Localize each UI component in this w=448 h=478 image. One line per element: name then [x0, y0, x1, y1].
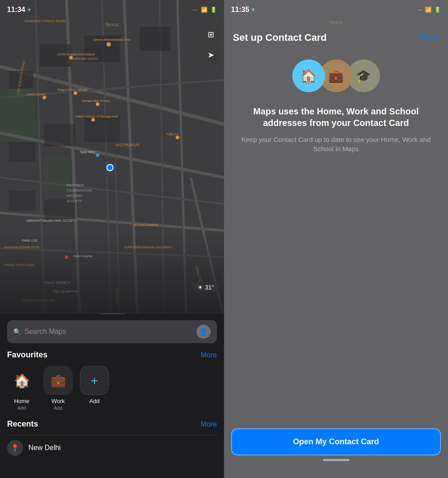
svg-text:Laxmi Cycles: Laxmi Cycles	[27, 93, 45, 96]
time-text-left: 11:34	[7, 6, 25, 14]
add-symbol: ＋	[88, 372, 101, 389]
fav-home-label: Home	[14, 398, 30, 404]
map-controls[interactable]: ⊞ ➤	[203, 27, 219, 63]
svg-text:SARGAM MARG: SARGAM MARG	[71, 57, 98, 61]
svg-text:Nyay Marg: Nyay Marg	[80, 150, 95, 154]
left-panel: SANDESH PRESS ROAD LAD SOCIETY ROAD SARG…	[0, 0, 224, 478]
recent-location-icon: 📍	[7, 440, 23, 456]
favourites-header: Favourites More	[7, 350, 217, 360]
description-sub: Keep your Contact Card up to date to see…	[237, 135, 435, 153]
svg-rect-20	[44, 124, 75, 146]
description-main: Maps uses the Home, Work and School addr…	[237, 106, 435, 129]
nexus-banner-right: Nexus	[224, 20, 448, 25]
fav-work-sublabel: Add	[54, 405, 63, 411]
battery-icon-left: 🔋	[210, 7, 217, 13]
svg-point-32	[106, 42, 111, 47]
svg-text:SOCIETY: SOCIETY	[67, 199, 83, 203]
svg-text:RACHANA: RACHANA	[67, 183, 84, 187]
svg-rect-19	[9, 142, 35, 162]
svg-text:Indian Institute of Management: Indian Institute of Management	[75, 115, 118, 118]
done-button[interactable]: Done	[420, 33, 439, 43]
svg-text:HOUSING: HOUSING	[67, 194, 83, 198]
fav-item-home[interactable]: 🏠 Home Add	[7, 366, 36, 411]
title-bar-right: Set up Contact Card Done	[224, 27, 448, 51]
recents-header: Recents More	[7, 419, 217, 429]
svg-rect-21	[84, 115, 120, 142]
location-button[interactable]: ➤	[203, 47, 219, 63]
weather-badge: ☀ 31°	[193, 282, 219, 293]
fav-home-icon: 🏠	[7, 366, 36, 395]
search-placeholder: Search Maps	[24, 328, 193, 336]
svg-point-44	[96, 153, 99, 157]
map-type-button[interactable]: ⊞	[203, 27, 219, 43]
favourites-more[interactable]: More	[201, 351, 217, 359]
weather-temp: 31°	[205, 284, 214, 291]
wifi-icon-left: 📶	[201, 7, 208, 13]
svg-rect-18	[140, 27, 171, 51]
search-icon-left: 🔍	[13, 328, 21, 335]
svg-point-34	[69, 56, 73, 59]
svg-text:JEEVAN DHAM R: JEEVAN DHAM R	[133, 223, 158, 227]
recent-item-delhi[interactable]: 📍 New Delhi	[7, 435, 217, 460]
description-area: Maps uses the Home, Work and School addr…	[224, 106, 448, 153]
open-contact-button[interactable]: Open My Contact Card	[231, 428, 441, 455]
weather-icon: ☀	[197, 284, 203, 291]
favourites-row: 🏠 Home Add 💼 Work Add ＋ Add	[7, 366, 217, 411]
svg-point-36	[74, 91, 77, 95]
home-symbol: 🏠	[14, 373, 30, 388]
work-symbol: 💼	[51, 373, 66, 388]
svg-rect-22	[9, 191, 35, 211]
location-arrow-right: ✈	[251, 7, 255, 13]
svg-text:Kaffa Co: Kaffa Co	[166, 133, 178, 136]
status-bar-left: 11:34 ✈ ··· 📶 🔋	[0, 0, 224, 20]
recents-title: Recents	[7, 419, 38, 429]
status-icons-left: ··· 📶 🔋	[193, 7, 217, 13]
svg-text:VASHISHT RAJAB PARK SOCIETY: VASHISHT RAJAB PARK SOCIETY	[27, 219, 76, 222]
home-indicator-right	[323, 459, 350, 461]
svg-text:COOPERATIVE: COOPERATIVE	[67, 188, 92, 192]
fav-add-label: Add	[89, 398, 99, 404]
battery-icon-right: 🔋	[434, 7, 441, 13]
nexus-banner-left: Nexus	[0, 20, 224, 29]
map-area[interactable]: SANDESH PRESS ROAD LAD SOCIETY ROAD SARG…	[0, 0, 224, 319]
svg-text:Falguni Gruh Udhyog: Falguni Gruh Udhyog	[58, 88, 87, 92]
bottom-sheet: 🔍 Search Maps 👤 Favourites More 🏠 Home A…	[0, 314, 224, 478]
signal-dots-right: ···	[418, 7, 422, 13]
recents-section: Recents More 📍 New Delhi	[7, 419, 217, 460]
time-display-right: 11:35 ✈	[231, 6, 255, 14]
contact-home-icon: 🏠	[292, 59, 325, 92]
fav-home-sublabel: Add	[17, 405, 26, 411]
svg-point-46	[176, 136, 179, 139]
recents-more[interactable]: More	[201, 420, 217, 428]
fav-work-label: Work	[51, 398, 65, 404]
home-contact-symbol: 🏠	[300, 68, 317, 84]
fav-add-icon: ＋	[80, 366, 109, 395]
svg-text:Nexus Ahmedabad One: Nexus Ahmedabad One	[93, 38, 131, 42]
map-fade	[0, 231, 224, 319]
svg-point-40	[43, 96, 46, 99]
status-icons-right: ··· 📶 🔋	[418, 7, 441, 13]
right-panel: 11:35 ✈ ··· 📶 🔋 Nexus Set up Contact Car…	[224, 0, 448, 478]
fav-item-add[interactable]: ＋ Add	[80, 366, 109, 411]
user-avatar[interactable]: 👤	[196, 325, 211, 339]
contact-icons-row: 🏠 💼 🎓	[224, 59, 448, 92]
card-title: Set up Contact Card	[233, 32, 326, 43]
svg-point-38	[96, 102, 99, 106]
signal-dots-left: ···	[193, 7, 198, 13]
fav-work-icon: 💼	[43, 366, 73, 395]
wifi-icon-right: 📶	[425, 7, 432, 13]
svg-point-42	[91, 118, 95, 121]
recent-item-label: New Delhi	[28, 444, 61, 452]
time-text-right: 11:35	[231, 6, 249, 14]
bottom-action-area: Open My Contact Card	[224, 428, 448, 478]
status-bar-right: 11:35 ✈ ··· 📶 🔋	[224, 0, 448, 20]
work-contact-symbol: 💼	[328, 69, 344, 83]
search-bar[interactable]: 🔍 Search Maps 👤	[7, 320, 217, 343]
location-dot	[106, 164, 114, 171]
fav-item-work[interactable]: 💼 Work Add	[43, 366, 73, 411]
school-contact-symbol: 🎓	[356, 69, 371, 83]
time-display-left: 11:34 ✈	[7, 6, 31, 14]
svg-text:VASTRAPUR: VASTRAPUR	[115, 143, 140, 147]
right-spacer	[224, 153, 448, 428]
nexus-text-right: Nexus	[329, 20, 343, 25]
